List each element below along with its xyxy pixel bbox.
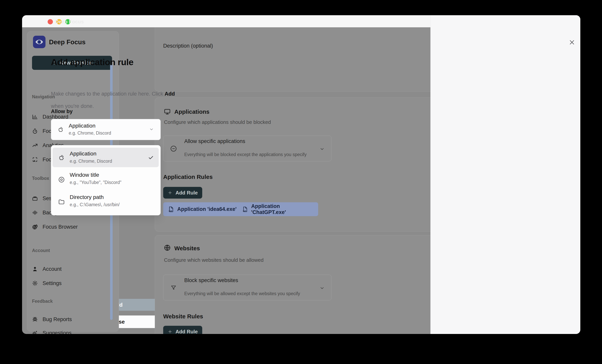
sidebar-item-focus-browser[interactable]: Focus Browser: [30, 221, 118, 232]
website-mode-select[interactable]: Block specific websites Everything will …: [163, 275, 332, 301]
allow-by-dropdown: Application e.g. Chrome, Discord Window …: [51, 145, 161, 215]
sidebar-item-label: Suggestions: [43, 330, 72, 334]
dropdown-option-application[interactable]: Application e.g. Chrome, Discord: [53, 148, 159, 167]
trending-up-icon: [32, 142, 38, 148]
sidebar-item-label: Bug Reports: [43, 316, 72, 322]
allow-by-label: Allow by: [51, 108, 73, 114]
gear-icon: [32, 280, 38, 286]
application-mode-subtitle: Everything will be blocked except the ap…: [184, 152, 306, 157]
audio-lines-icon: [32, 210, 38, 216]
eye-logo-icon: [35, 37, 44, 46]
bar-chart-icon: [32, 114, 38, 120]
check-icon: [148, 154, 154, 161]
add-application-rule-button[interactable]: Add Rule: [163, 187, 202, 198]
globe-icon: [164, 244, 171, 252]
user-icon: [32, 266, 38, 272]
option-label: Application: [70, 151, 97, 157]
svg-text:EXE: EXE: [169, 210, 172, 212]
websites-subtitle: Configure which websites should be allow…: [164, 257, 264, 263]
section-label-feedback: Feedback: [32, 299, 53, 304]
chevron-down-icon: [149, 127, 154, 132]
website-mode-subtitle: Everything will be allowed except the we…: [184, 291, 300, 296]
websites-title: Websites: [174, 245, 200, 252]
folder-icon: [58, 198, 65, 205]
section-label-account: Account: [32, 248, 50, 253]
exe-file-icon: EXE: [168, 206, 174, 212]
application-rule-chip[interactable]: EXE Application 'ChatGPT.exe': [237, 202, 318, 216]
filter-icon: [170, 285, 177, 291]
close-icon[interactable]: [569, 39, 575, 46]
close-window-button[interactable]: [48, 19, 53, 24]
brick-icon: [32, 196, 38, 201]
sidebar-item-account[interactable]: Account: [30, 263, 118, 274]
selected-option-hint: e.g. Chrome, Discord: [69, 131, 111, 136]
applications-subtitle: Configure which applications should be b…: [164, 119, 271, 125]
option-hint: e.g., "YouTube", "Discord": [70, 180, 121, 185]
application-mode-title: Allow specific applications: [184, 138, 245, 144]
dropdown-option-window-title[interactable]: Window title e.g., "YouTube", "Discord": [53, 169, 159, 189]
rule-chip-label: Application 'idea64.exe': [177, 206, 236, 212]
app-name: Deep Focus: [49, 38, 86, 46]
apple-icon: [57, 154, 65, 162]
add-website-rule-button[interactable]: Add Rule: [163, 326, 202, 334]
panel-description-text: when you're done.: [51, 103, 94, 109]
app-logo: [33, 36, 45, 48]
rule-chip-label: Application 'ChatGPT.exe': [251, 203, 313, 215]
dropdown-option-directory-path[interactable]: Directory path e.g., C:\Games\, /usr/bin…: [53, 192, 159, 211]
section-label-toolbox: Toolbox: [32, 176, 49, 181]
chevron-down-icon: [320, 146, 325, 152]
timer-icon: [32, 128, 38, 134]
sidebar-item-label: Focus Browser: [43, 224, 78, 230]
panel-title: Add application rule: [51, 57, 133, 67]
description-label: Description (optional): [163, 43, 213, 49]
app-window: Deep Focus New Session Navigation Dashbo…: [22, 15, 580, 334]
panel-description-bold: Add: [165, 91, 175, 97]
selected-option-label: Application: [69, 123, 96, 129]
application-rule-chip[interactable]: EXE Application 'idea64.exe': [163, 202, 242, 216]
window-title: Deep Focus: [55, 19, 84, 25]
globe-lock-icon: [32, 224, 38, 230]
add-application-rule-panel: [430, 15, 580, 334]
add-rule-label: Add Rule: [175, 329, 198, 334]
sidebar-item-settings[interactable]: Settings: [30, 278, 118, 289]
sidebar-item-suggestions[interactable]: Suggestions: [30, 328, 118, 334]
option-label: Directory path: [70, 194, 104, 200]
plus-icon: [168, 190, 172, 195]
application-mode-select[interactable]: Allow specific applications Everything w…: [163, 135, 332, 161]
circle-minus-icon: [170, 145, 177, 152]
profile-scan-icon: [32, 157, 38, 163]
sidebar-item-label: Settings: [43, 280, 62, 286]
apple-icon: [57, 126, 64, 134]
option-label: Window title: [70, 172, 99, 178]
application-rules-title: Application Rules: [163, 174, 213, 180]
svg-text:EXE: EXE: [243, 210, 246, 212]
option-hint: e.g., C:\Games\, /usr/bin/: [70, 202, 120, 207]
sidebar-item-label: Account: [43, 266, 62, 272]
allow-by-select[interactable]: Application e.g. Chrome, Discord: [51, 119, 161, 140]
website-mode-title: Block specific websites: [184, 277, 238, 283]
add-rule-label: Add Rule: [175, 190, 198, 196]
gear-sparkle-icon: [32, 330, 38, 334]
exe-file-icon: EXE: [242, 206, 248, 212]
panel-description-text: Make changes to the application rule her…: [51, 91, 165, 97]
bug-icon: [32, 316, 38, 322]
website-rules-title: Website Rules: [163, 313, 203, 320]
option-hint: e.g. Chrome, Discord: [70, 159, 112, 164]
sidebar-item-bug-reports[interactable]: Bug Reports: [30, 314, 118, 325]
plus-icon: [168, 329, 172, 334]
eye-icon: [58, 176, 65, 183]
chevron-down-icon: [320, 286, 325, 291]
